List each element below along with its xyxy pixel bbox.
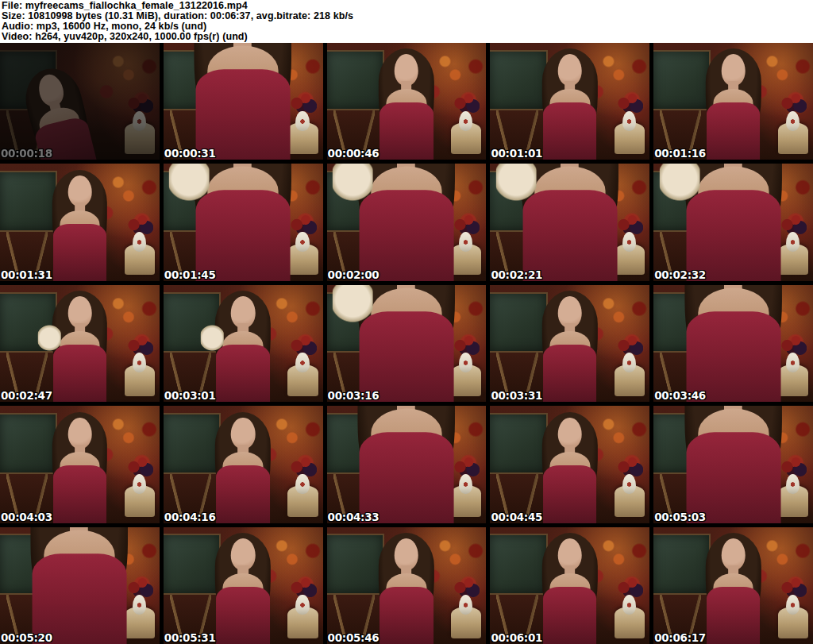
- shirt-graphic: [543, 465, 596, 523]
- timestamp-label: 00:02:47: [1, 389, 52, 402]
- video-thumbnail[interactable]: 00:02:47: [0, 285, 160, 402]
- shirt-graphic: [216, 587, 269, 644]
- person-silhouette: [164, 43, 323, 160]
- video-thumbnail[interactable]: 00:02:00: [327, 164, 487, 280]
- person-silhouette: [195, 290, 291, 402]
- vase-graphic: [622, 595, 636, 615]
- hand-mirror-graphic: [169, 164, 210, 204]
- shirt-graphic: [33, 553, 126, 644]
- timestamp-label: 00:01:45: [164, 268, 216, 281]
- vase-graphic: [786, 111, 800, 131]
- vase-graphic: [295, 353, 309, 372]
- timestamp-label: 00:03:31: [491, 389, 542, 402]
- shirt-graphic: [196, 191, 290, 281]
- person-silhouette: [327, 164, 487, 280]
- contact-sheet: File: myfreecams_fiallochka_female_13122…: [0, 0, 813, 644]
- timestamp-label: 00:05:46: [328, 631, 380, 644]
- video-thumbnail[interactable]: 00:03:31: [490, 285, 649, 402]
- shirt-graphic: [360, 191, 453, 281]
- shirt-graphic: [216, 345, 269, 402]
- video-thumbnail[interactable]: 00:06:17: [653, 527, 813, 644]
- shirt-graphic: [543, 345, 596, 402]
- timestamp-label: 00:04:16: [164, 511, 216, 523]
- timestamp-label: 00:00:31: [164, 147, 216, 160]
- video-thumbnail[interactable]: 00:01:45: [164, 164, 323, 280]
- vase-graphic: [133, 353, 146, 372]
- video-thumbnail[interactable]: 00:03:01: [164, 285, 323, 402]
- flowers-graphic: [289, 457, 316, 476]
- person-silhouette: [32, 411, 127, 523]
- timestamp-label: 00:05:31: [164, 631, 216, 644]
- timestamp-label: 00:01:16: [654, 147, 706, 160]
- person-silhouette: [359, 532, 454, 644]
- timestamp-label: 00:04:45: [491, 511, 542, 523]
- video-thumbnail[interactable]: 00:00:46: [327, 43, 487, 160]
- flowers-graphic: [780, 93, 807, 113]
- timestamp-label: 00:06:17: [654, 631, 706, 644]
- timestamp-label: 00:02:21: [491, 268, 542, 281]
- shirt-graphic: [53, 345, 106, 402]
- shirt-graphic: [360, 433, 453, 523]
- person-silhouette: [522, 290, 618, 402]
- person-silhouette: [32, 290, 127, 402]
- person-silhouette: [195, 411, 291, 523]
- hand-mirror-graphic: [333, 164, 373, 204]
- hand-mirror-graphic: [496, 164, 537, 204]
- video-thumbnail[interactable]: 00:06:01: [490, 527, 649, 644]
- person-silhouette: [522, 532, 618, 644]
- person-silhouette: [522, 48, 618, 160]
- thumbnail-grid: 00:00:18 00:00:31: [0, 43, 813, 644]
- video-thumbnail[interactable]: 00:03:16: [327, 285, 487, 402]
- timestamp-label: 00:02:32: [654, 268, 706, 281]
- video-thumbnail[interactable]: 00:05:31: [164, 527, 323, 644]
- video-thumbnail[interactable]: 00:05:20: [0, 527, 160, 644]
- person-silhouette: [32, 168, 127, 281]
- person-silhouette: [0, 527, 160, 644]
- video-thumbnail[interactable]: 00:04:16: [164, 406, 323, 523]
- file-info-line-video: Video: h264, yuv420p, 320x240, 1000.00 f…: [2, 32, 813, 42]
- video-thumbnail[interactable]: 00:01:31: [0, 164, 160, 280]
- person-silhouette: [653, 406, 813, 523]
- video-thumbnail[interactable]: 00:04:45: [490, 406, 649, 523]
- flowers-graphic: [616, 457, 643, 476]
- video-thumbnail[interactable]: 00:04:03: [0, 406, 160, 523]
- video-thumbnail[interactable]: 00:01:16: [653, 43, 813, 160]
- flowers-graphic: [453, 93, 480, 113]
- person-silhouette: [685, 48, 780, 160]
- vase-graphic: [295, 474, 309, 494]
- timestamp-label: 00:01:01: [491, 147, 542, 160]
- video-thumbnail[interactable]: 00:00:18: [0, 43, 160, 160]
- person-silhouette: [490, 164, 649, 280]
- shirt-graphic: [687, 312, 780, 403]
- vase-graphic: [133, 232, 146, 252]
- video-thumbnail[interactable]: 00:05:46: [327, 527, 487, 644]
- timestamp-label: 00:06:01: [491, 631, 542, 644]
- person-silhouette: [653, 164, 813, 280]
- video-thumbnail[interactable]: 00:04:33: [327, 406, 487, 523]
- timestamp-label: 00:04:33: [328, 511, 380, 523]
- timestamp-label: 00:00:18: [1, 147, 52, 160]
- shirt-graphic: [53, 224, 106, 281]
- shirt-graphic: [53, 465, 106, 523]
- shirt-graphic: [687, 433, 780, 523]
- file-info-header: File: myfreecams_fiallochka_female_13122…: [0, 0, 813, 43]
- hand-mirror-graphic: [333, 285, 373, 326]
- vase-graphic: [295, 595, 309, 615]
- video-thumbnail[interactable]: 00:02:21: [490, 164, 649, 280]
- video-thumbnail[interactable]: 00:05:03: [653, 406, 813, 523]
- video-thumbnail[interactable]: 00:00:31: [164, 43, 323, 160]
- shirt-graphic: [707, 102, 760, 160]
- video-thumbnail[interactable]: 00:02:32: [653, 164, 813, 280]
- timestamp-label: 00:04:03: [1, 511, 52, 523]
- hand-mirror-graphic: [660, 164, 700, 204]
- flowers-graphic: [126, 457, 153, 476]
- person-silhouette: [522, 411, 618, 523]
- vase-graphic: [622, 474, 636, 494]
- shirt-graphic: [523, 191, 617, 281]
- video-thumbnail[interactable]: 00:01:01: [490, 43, 649, 160]
- flowers-graphic: [616, 93, 643, 113]
- timestamp-label: 00:01:31: [1, 268, 52, 281]
- video-thumbnail[interactable]: 00:03:46: [653, 285, 813, 402]
- flowers-graphic: [126, 93, 153, 113]
- shirt-graphic: [380, 102, 433, 160]
